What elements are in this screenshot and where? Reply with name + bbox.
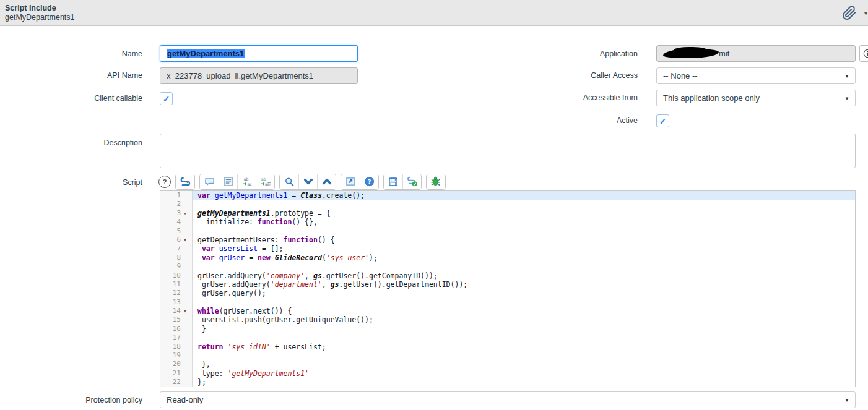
replace-all-icon: ab ac xyxy=(260,177,271,187)
active-checkbox[interactable]: ✓ xyxy=(656,114,669,127)
code-line: 15 usersList.push(grUser.getUniqueValue(… xyxy=(160,315,855,324)
fold-gutter xyxy=(181,244,189,253)
accessible-from-value: This application scope only xyxy=(663,93,760,103)
caller-access-value: -- None -- xyxy=(663,71,698,80)
caller-access-label: Caller Access xyxy=(495,71,638,80)
api-name-input[interactable]: x_223778_upload_li.getMyDepartments1 xyxy=(160,67,358,84)
client-callable-checkbox[interactable]: ✓ xyxy=(160,92,173,105)
script-editor-toolbar: ? ab xyxy=(158,173,446,190)
debug-button[interactable] xyxy=(427,174,445,189)
client-callable-label: Client callable xyxy=(0,94,142,103)
debug-icon xyxy=(430,176,441,187)
replace-all-button[interactable]: ab ac xyxy=(256,174,274,189)
name-label: Name xyxy=(0,49,142,58)
code-line: 9 xyxy=(160,262,855,271)
fold-gutter xyxy=(181,315,189,324)
find-next-button[interactable] xyxy=(298,174,317,189)
help-outline-icon[interactable]: ? xyxy=(158,176,171,188)
fold-gutter xyxy=(181,218,189,226)
svg-text:ac: ac xyxy=(247,182,251,186)
fold-gutter xyxy=(181,298,189,307)
code-line: 20 }, xyxy=(160,360,855,369)
redaction-scribble xyxy=(663,48,719,59)
fold-gutter xyxy=(181,280,189,289)
script-code-editor[interactable]: 1var getMyDepartments1 = Class.create();… xyxy=(160,190,856,387)
code-line: 3▾getMyDepartments1.prototype = { xyxy=(160,209,855,218)
code-line: 7 var usersList = []; xyxy=(160,244,855,253)
fold-gutter xyxy=(181,360,189,369)
find-previous-button[interactable] xyxy=(317,174,336,189)
fold-gutter xyxy=(181,378,189,387)
syntax-check-icon xyxy=(407,176,418,187)
search-button[interactable] xyxy=(280,174,298,189)
code-line: 16 } xyxy=(160,325,855,333)
code-line: 5 xyxy=(160,227,855,236)
script-label: Script xyxy=(0,178,142,187)
fold-gutter xyxy=(181,289,189,297)
replace-icon: ab ac xyxy=(241,177,253,187)
fold-gutter xyxy=(181,351,189,360)
fold-gutter xyxy=(181,271,189,280)
svg-text:?: ? xyxy=(368,178,371,185)
code-line: 8 var grUser = new GlideRecord('sys_user… xyxy=(160,254,855,262)
syntax-check-button[interactable] xyxy=(402,174,421,189)
code-line: 17 xyxy=(160,333,855,342)
save-button[interactable] xyxy=(384,174,402,189)
toggle-comment-icon xyxy=(204,177,215,186)
application-reference-button[interactable] xyxy=(859,45,868,62)
api-help-icon: ? xyxy=(364,176,375,187)
record-name: getMyDepartments1 xyxy=(5,13,75,22)
fold-caret-icon[interactable]: ▾ xyxy=(181,209,189,218)
form-title: Script Include xyxy=(5,4,56,12)
name-input[interactable]: getMyDepartments1 xyxy=(160,45,358,62)
code-line: 22}; xyxy=(160,378,855,387)
protection-policy-select[interactable]: Read-only ▼ xyxy=(160,391,856,408)
code-line: 21 type: 'getMyDepartments1' xyxy=(160,369,855,378)
script-include-form: Script Include getMyDepartments1 ▾ Name … xyxy=(0,0,868,410)
code-line: 1var getMyDepartments1 = Class.create(); xyxy=(160,191,855,200)
replace-button[interactable]: ab ac xyxy=(237,174,256,189)
fold-caret-icon[interactable]: ▾ xyxy=(181,307,189,315)
chevron-down-icon: ▼ xyxy=(844,398,849,403)
format-code-button[interactable] xyxy=(219,174,237,189)
reference-info-icon xyxy=(863,49,868,58)
application-label: Application xyxy=(495,49,638,58)
chevron-down-icon: ▼ xyxy=(844,96,849,101)
fold-gutter xyxy=(181,254,189,262)
code-line: 6▾getDepartmentUsers: function() { xyxy=(160,236,855,244)
code-area: 1var getMyDepartments1 = Class.create();… xyxy=(160,191,855,387)
description-label: Description xyxy=(0,139,142,147)
paperclip-icon[interactable] xyxy=(842,6,857,20)
protection-policy-value: Read-only xyxy=(167,395,203,404)
application-visible-value: mit xyxy=(719,49,729,58)
script-toggle-icon xyxy=(180,177,191,187)
application-input[interactable]: mit xyxy=(656,45,856,62)
name-input-selected-text: getMyDepartments1 xyxy=(167,49,245,58)
chevron-down-icon: ▼ xyxy=(844,74,849,79)
open-window-icon xyxy=(345,177,355,186)
svg-text:ab: ab xyxy=(261,177,266,181)
description-textarea[interactable] xyxy=(160,134,856,168)
header-more-caret[interactable]: ▾ xyxy=(864,10,868,17)
toggle-comment-button[interactable] xyxy=(200,174,219,189)
protection-policy-label: Protection policy xyxy=(0,396,142,404)
api-name-value: x_223778_upload_li.getMyDepartments1 xyxy=(167,71,313,80)
fold-caret-icon[interactable]: ▾ xyxy=(181,236,189,244)
fold-gutter xyxy=(181,227,189,236)
code-line: 11 grUser.addQuery('department', gs.getU… xyxy=(160,280,855,289)
accessible-from-select[interactable]: This application scope only ▼ xyxy=(656,90,856,106)
fold-gutter xyxy=(181,200,189,208)
form-header: Script Include getMyDepartments1 ▾ xyxy=(0,0,868,26)
fold-gutter xyxy=(181,325,189,333)
api-help-button[interactable]: ? xyxy=(360,174,378,189)
code-line: 4 initialize: function() {}, xyxy=(160,218,855,226)
code-line: 18return 'sys_idIN' + usersList; xyxy=(160,343,855,351)
code-line: 13 xyxy=(160,298,855,307)
caller-access-select[interactable]: -- None -- ▼ xyxy=(656,67,856,84)
fold-gutter xyxy=(181,369,189,378)
fold-gutter xyxy=(181,262,189,271)
accessible-from-label: Accessible from xyxy=(495,93,638,102)
fold-gutter xyxy=(181,191,189,200)
script-toggle-button[interactable] xyxy=(176,174,194,189)
open-window-button[interactable] xyxy=(341,174,360,189)
